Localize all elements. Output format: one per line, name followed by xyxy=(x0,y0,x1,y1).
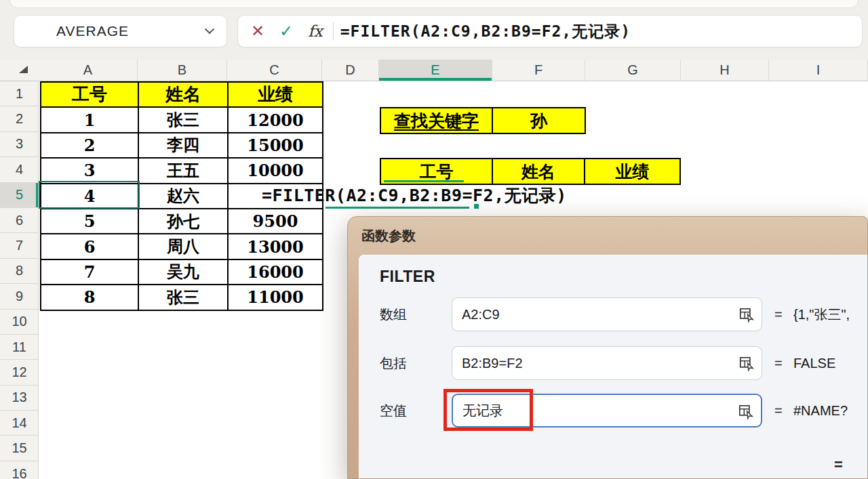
empty-value-input[interactable]: 无记录 xyxy=(452,394,762,428)
equals-sign: = xyxy=(774,394,783,428)
row-header-15[interactable]: 15 xyxy=(0,436,39,461)
array-input[interactable]: A2:C9 xyxy=(452,297,762,331)
chevron-down-icon[interactable] xyxy=(205,24,214,34)
field-result-error: #NAME? xyxy=(793,394,848,428)
header-cell[interactable]: 工号 xyxy=(41,82,138,107)
cell[interactable]: 7 xyxy=(41,259,138,285)
row-header-13[interactable]: 13 xyxy=(0,386,39,411)
row-header-3[interactable]: 3 xyxy=(0,132,39,157)
cell[interactable]: 4 xyxy=(41,184,138,209)
cell[interactable]: 王五 xyxy=(138,158,228,183)
row-header-16[interactable]: 16 xyxy=(0,461,39,479)
column-header-c[interactable]: C xyxy=(227,60,322,81)
column-header-b[interactable]: B xyxy=(138,60,227,81)
cell[interactable]: 13000 xyxy=(228,234,323,259)
table-row: 7 吴九 16000 xyxy=(41,259,323,285)
insert-function-icon[interactable]: fx xyxy=(300,24,330,39)
row-header-6[interactable]: 6 xyxy=(0,208,39,233)
table-header-row: 工号 姓名 业绩 xyxy=(41,82,323,107)
row-header-11[interactable]: 11 xyxy=(0,335,39,360)
table-row: 8 张三 11000 xyxy=(41,285,323,310)
lookup-label: 查找关键字 xyxy=(394,110,479,132)
lookup-value-cell[interactable]: 孙 xyxy=(493,107,586,134)
cell[interactable]: 1 xyxy=(41,107,138,132)
column-header-i[interactable]: I xyxy=(769,60,868,81)
range-picker-icon[interactable] xyxy=(738,306,755,324)
cell[interactable]: 2 xyxy=(41,133,138,158)
column-header-g[interactable]: G xyxy=(585,60,681,81)
formula-result-equals: = xyxy=(834,456,843,474)
result-header-cell[interactable]: 工号 xyxy=(380,158,493,185)
include-input[interactable]: B2:B9=F2 xyxy=(452,346,762,380)
cancel-icon[interactable]: ✕ xyxy=(243,23,272,39)
row-header-5-selected[interactable]: 5 xyxy=(0,183,39,208)
row-header-12[interactable]: 12 xyxy=(0,360,39,385)
field-label: 空值 xyxy=(380,394,445,428)
lookup-keyword-cells: 查找关键字 孙 xyxy=(380,107,586,134)
field-result: FALSE xyxy=(793,346,835,380)
equals-sign: = xyxy=(774,346,783,380)
cell[interactable]: 3 xyxy=(41,158,138,183)
row-header-7[interactable]: 7 xyxy=(0,233,39,258)
function-name: FILTER xyxy=(380,268,435,286)
row-header-10[interactable]: 10 xyxy=(0,310,39,335)
field-label: 数组 xyxy=(380,297,445,331)
cell[interactable]: 6 xyxy=(41,234,138,259)
cell[interactable]: 11000 xyxy=(228,285,323,310)
column-header-f[interactable]: F xyxy=(492,60,585,81)
cell[interactable]: 9500 xyxy=(228,209,323,234)
result-header-cell[interactable]: 姓名 xyxy=(493,158,585,185)
ribbon-edge xyxy=(9,0,859,8)
column-header-h[interactable]: H xyxy=(681,60,769,81)
range-picker-icon[interactable] xyxy=(737,403,755,421)
table-row: 5 孙七 9500 xyxy=(41,209,323,234)
cell[interactable]: 12000 xyxy=(228,107,323,132)
field-label: 包括 xyxy=(380,346,445,380)
cell[interactable]: 孙七 xyxy=(138,209,228,234)
field-row-array: 数组 A2:C9 = {1,"张三", xyxy=(359,297,867,331)
equals-sign: = xyxy=(774,297,783,331)
cell[interactable]: 15000 xyxy=(228,133,323,158)
header-cell[interactable]: 业绩 xyxy=(228,82,323,107)
lookup-label-cell[interactable]: 查找关键字 xyxy=(380,107,493,134)
result-header-cells: 工号 姓名 业绩 xyxy=(380,158,681,185)
row-header-2[interactable]: 2 xyxy=(0,106,39,131)
confirm-icon[interactable]: ✓ xyxy=(272,23,300,39)
row-header-1[interactable]: 1 xyxy=(0,81,39,106)
header-cell[interactable]: 姓名 xyxy=(138,82,228,107)
formula-range-underline xyxy=(326,207,469,209)
cell[interactable]: 张三 xyxy=(138,285,228,310)
result-header-cell[interactable]: 业绩 xyxy=(585,158,681,185)
row-header-8[interactable]: 8 xyxy=(0,259,39,284)
select-all-corner[interactable] xyxy=(0,60,39,81)
row-headers: 1 2 3 4 5 6 7 8 9 10 11 12 13 14 15 16 xyxy=(0,81,39,479)
formula-bar-text[interactable]: =FILTER(A2:C9,B2:B9=F2,无记录) xyxy=(340,21,631,42)
column-header-e-selected[interactable]: E xyxy=(379,60,492,81)
function-arguments-dialog: 函数参数 FILTER 数组 A2:C9 = {1,"张三", xyxy=(347,216,868,479)
name-box[interactable]: AVERAGE xyxy=(14,15,227,47)
cell[interactable]: 李四 xyxy=(138,133,228,158)
cell[interactable]: 赵六 xyxy=(138,184,228,209)
cell[interactable]: 5 xyxy=(41,209,138,234)
row-header-4[interactable]: 4 xyxy=(0,157,39,182)
formula-toolbar: AVERAGE ✕ ✓ fx =FILTER(A2:C9,B2:B9=F2,无记… xyxy=(0,0,868,60)
cell[interactable]: 张三 xyxy=(138,107,228,132)
cell[interactable]: 10000 xyxy=(228,158,323,183)
row-header-14[interactable]: 14 xyxy=(0,411,39,436)
name-box-value: AVERAGE xyxy=(56,23,206,39)
column-header-d[interactable]: D xyxy=(322,60,379,81)
formula-bar[interactable]: ✕ ✓ fx =FILTER(A2:C9,B2:B9=F2,无记录) xyxy=(237,15,863,47)
cell[interactable]: 16000 xyxy=(228,259,323,285)
array-input-value: A2:C9 xyxy=(462,307,500,322)
select-all-icon xyxy=(19,66,28,73)
spreadsheet-app: AVERAGE ✕ ✓ fx =FILTER(A2:C9,B2:B9=F2,无记… xyxy=(0,0,868,479)
range-picker-icon[interactable] xyxy=(738,355,755,373)
column-headers: A B C D E F G H I xyxy=(0,60,868,81)
dialog-content: FILTER 数组 A2:C9 = {1,"张三", 包括 xyxy=(359,255,867,478)
column-header-a[interactable]: A xyxy=(39,60,138,81)
cell[interactable]: 吴九 xyxy=(138,259,228,285)
formula-range-handle xyxy=(474,204,479,209)
row-header-9[interactable]: 9 xyxy=(0,284,39,309)
cell[interactable]: 周八 xyxy=(138,234,228,259)
cell[interactable]: 8 xyxy=(41,285,138,310)
